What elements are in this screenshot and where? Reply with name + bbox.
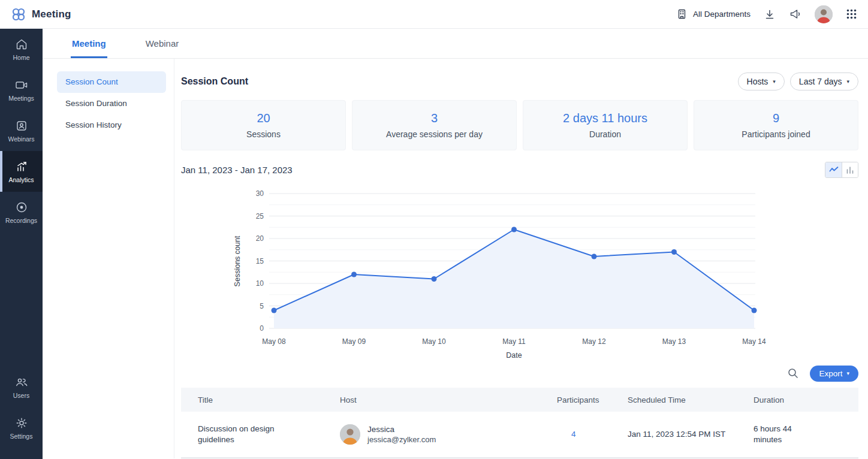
date-range-label: Last 7 days (799, 77, 842, 86)
data-point (432, 276, 437, 282)
tabbar: Meeting Webinar (43, 29, 868, 59)
y-tick-label: 0 (260, 324, 264, 333)
stat-label: Participants joined (742, 129, 810, 139)
chevron-down-icon: ▾ (846, 370, 849, 376)
stat-label: Duration (589, 129, 621, 139)
sidebar-item-home[interactable]: Home (0, 29, 43, 70)
column-title: Title (181, 388, 340, 412)
user-avatar[interactable] (815, 5, 833, 23)
session-title: Discussion on design guidelines (198, 424, 312, 445)
subnav-item-session-count[interactable]: Session Count (57, 71, 166, 93)
tab-meeting[interactable]: Meeting (71, 38, 107, 58)
stats-cards: 20 Sessions 3 Average sessions per day 2… (181, 100, 858, 150)
department-label: All Departments (693, 10, 751, 19)
x-tick-label: May 14 (742, 337, 766, 346)
subnav-item-session-history[interactable]: Session History (57, 114, 166, 136)
app-sidebar: Home Meetings Webinars Analytics (0, 29, 43, 459)
y-axis-label: Sessions count (233, 235, 242, 286)
sessions-chart: 051015202530May 08May 09May 10May 11May … (181, 184, 858, 361)
announcements-icon[interactable] (789, 8, 801, 20)
chevron-down-icon: ▾ (846, 78, 849, 84)
x-tick-label: May 10 (422, 337, 446, 346)
sessions-table: Title Host Participants Scheduled Time D… (181, 388, 858, 458)
analytics-subnav: Session Count Session Duration Session H… (43, 59, 174, 458)
table-header-row: Title Host Participants Scheduled Time D… (181, 388, 858, 412)
sidebar-item-label: Settings (10, 433, 33, 440)
app-title: Meeting (32, 8, 71, 20)
y-tick-label: 25 (256, 212, 264, 221)
sidebar-item-meetings[interactable]: Meetings (0, 70, 43, 110)
tab-webinar[interactable]: Webinar (144, 38, 180, 58)
y-tick-label: 30 (256, 189, 264, 198)
sidebar-item-label: Webinars (8, 135, 34, 143)
column-scheduled-time: Scheduled Time (628, 388, 754, 412)
scheduled-time: Jan 11, 2023 12:54 PM IST (628, 429, 733, 440)
subnav-item-session-duration[interactable]: Session Duration (57, 93, 166, 114)
sidebar-item-users[interactable]: Users (0, 367, 43, 407)
host-email: jessica@zylker.com (367, 434, 436, 445)
stat-value: 2 days 11 hours (563, 111, 647, 125)
x-tick-label: May 08 (262, 337, 286, 346)
y-tick-label: 10 (256, 279, 264, 288)
topbar: Meeting All Departments (0, 0, 868, 29)
x-tick-label: May 13 (662, 337, 686, 346)
y-tick-label: 20 (256, 234, 264, 243)
home-icon (15, 38, 28, 51)
bar-chart-toggle-icon[interactable] (842, 162, 858, 177)
table-row[interactable]: Discussion on design guidelines (181, 412, 858, 457)
stat-card-sessions: 20 Sessions (181, 100, 346, 150)
chart-type-toggle (825, 162, 858, 178)
data-point (752, 308, 757, 313)
search-icon[interactable] (785, 365, 801, 382)
stat-value: 20 (257, 111, 270, 125)
download-icon[interactable] (764, 8, 776, 20)
host-name: Jessica (367, 424, 436, 434)
stat-label: Average sessions per day (386, 129, 483, 139)
chart-date-range: Jan 11, 2023 - Jan 17, 2023 (181, 165, 293, 175)
sidebar-item-analytics[interactable]: Analytics (0, 151, 43, 192)
y-tick-label: 15 (256, 257, 264, 265)
hosts-filter-label: Hosts (747, 77, 768, 86)
recordings-icon (15, 201, 28, 214)
participants-count-link[interactable]: 4 (557, 430, 576, 439)
meetings-icon (14, 78, 29, 92)
chevron-down-icon: ▾ (773, 78, 776, 84)
analytics-icon (15, 160, 28, 173)
users-icon (14, 376, 29, 389)
export-button[interactable]: Export ▾ (810, 366, 858, 382)
host-avatar (340, 424, 360, 445)
data-point (592, 254, 597, 259)
meeting-logo-icon (11, 7, 26, 22)
sidebar-item-label: Meetings (8, 95, 34, 102)
sidebar-item-label: Users (13, 392, 29, 399)
column-participants: Participants (557, 388, 628, 412)
data-point (272, 308, 277, 313)
chart-area-fill (274, 230, 754, 328)
data-point (671, 249, 677, 255)
apps-grid-icon[interactable] (846, 8, 857, 20)
x-tick-label: May 09 (342, 337, 366, 346)
department-selector[interactable]: All Departments (676, 8, 751, 20)
app-brand: Meeting (11, 7, 71, 22)
data-point (351, 272, 357, 277)
x-axis-label: Date (506, 351, 522, 360)
sidebar-item-webinars[interactable]: Webinars (0, 110, 43, 151)
date-range-dropdown[interactable]: Last 7 days ▾ (790, 73, 858, 90)
main-content: Meeting Webinar Session Count Session Du… (43, 29, 868, 459)
stat-value: 9 (773, 111, 779, 125)
stat-value: 3 (431, 111, 438, 125)
session-duration: 6 hours 44 minutes (754, 424, 819, 445)
settings-icon (15, 416, 28, 430)
x-tick-label: May 12 (582, 337, 606, 346)
export-label: Export (819, 369, 842, 378)
building-icon (676, 8, 688, 20)
line-chart-toggle-icon[interactable] (825, 162, 842, 177)
column-duration: Duration (754, 388, 858, 412)
data-point (511, 227, 517, 232)
x-tick-label: May 11 (502, 337, 526, 346)
sidebar-item-settings[interactable]: Settings (0, 407, 43, 448)
y-tick-label: 5 (260, 302, 264, 310)
sidebar-item-recordings[interactable]: Recordings (0, 192, 43, 232)
hosts-filter-dropdown[interactable]: Hosts ▾ (738, 73, 785, 90)
stat-card-participants: 9 Participants joined (694, 100, 858, 150)
